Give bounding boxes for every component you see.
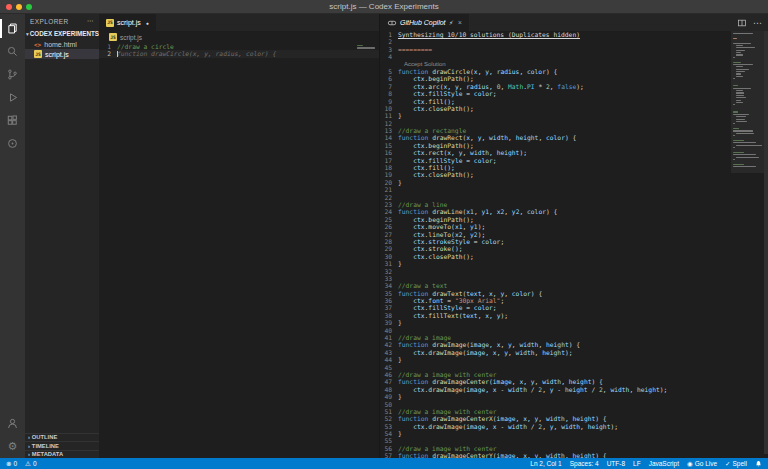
split-editor-icon[interactable]	[737, 18, 747, 28]
code-line[interactable]: 35function drawText(text, x, y, color) {	[380, 290, 768, 297]
code-line[interactable]: 39}	[380, 319, 768, 326]
status-errors[interactable]: ⊗0	[6, 460, 17, 468]
code-line[interactable]: 57function drawImageCenterY(image, x, y,…	[380, 452, 768, 458]
status-indentation[interactable]: Spaces: 4	[570, 460, 599, 467]
code-line[interactable]: 40	[380, 327, 768, 334]
code-line[interactable]: 33	[380, 275, 768, 282]
code-line[interactable]: 47function drawImageCenter(image, x, y, …	[380, 378, 768, 385]
left-minimap[interactable]	[357, 43, 377, 458]
status-encoding[interactable]: UTF-8	[607, 460, 625, 467]
copilot-solutions-code[interactable]: 1Synthesizing 10/10 solutions (Duplicate…	[380, 31, 768, 458]
code-line[interactable]: 56//draw a image with center	[380, 445, 768, 452]
status-notifications[interactable]	[755, 460, 762, 467]
code-line[interactable]: 2function drawCircle(x, y, radius, color…	[99, 50, 379, 57]
code-line[interactable]: 51//draw a image with center	[380, 408, 768, 415]
status-eol[interactable]: LF	[633, 460, 641, 467]
code-line[interactable]: 30 ctx.closePath();	[380, 253, 768, 260]
code-line[interactable]: 44}	[380, 356, 768, 363]
code-line[interactable]: 1Synthesizing 10/10 solutions (Duplicate…	[380, 31, 768, 38]
minimap-slider[interactable]	[731, 31, 764, 173]
activity-settings[interactable]: ⚙	[0, 435, 25, 458]
activity-run-debug[interactable]	[0, 86, 25, 109]
code-line[interactable]: 16 ctx.rect(x, y, width, height);	[380, 149, 768, 156]
code-line[interactable]: 29 ctx.stroke();	[380, 245, 768, 252]
code-line[interactable]: 32	[380, 268, 768, 275]
status-spell-checker[interactable]: ✓Spell	[725, 460, 747, 468]
activity-extensions[interactable]	[0, 109, 25, 132]
panel-timeline[interactable]: ›TIMELINE	[25, 441, 99, 450]
panel-metadata[interactable]: ›METADATA	[25, 450, 99, 459]
code-line[interactable]: 38 ctx.fillText(text, x, y);	[380, 312, 768, 319]
code-line[interactable]: 13//draw a rectangle	[380, 127, 768, 134]
code-line[interactable]: 17 ctx.fillStyle = color;	[380, 157, 768, 164]
code-line[interactable]: 23//draw a line	[380, 201, 768, 208]
code-line[interactable]: 5function drawCircle(x, y, radius, color…	[380, 68, 768, 75]
code-line[interactable]: 22	[380, 194, 768, 201]
code-line[interactable]: 53 ctx.drawImage(image, x - width / 2, y…	[380, 423, 768, 430]
code-line[interactable]: 41//draw a image	[380, 334, 768, 341]
panel-outline[interactable]: ›OUTLINE	[25, 433, 99, 442]
code-line[interactable]: 20}	[380, 179, 768, 186]
file-item-home.html[interactable]: <>home.html	[25, 39, 99, 49]
code-line[interactable]: 14function drawRect(x, y, width, height,…	[380, 134, 768, 141]
code-line[interactable]: 43 ctx.drawImage(image, x, y, width, hei…	[380, 349, 768, 356]
code-line[interactable]: 4	[380, 53, 768, 60]
code-line[interactable]: 50	[380, 401, 768, 408]
activity-search[interactable]	[0, 40, 25, 63]
minimize-window-button[interactable]	[16, 4, 22, 10]
status-language-mode[interactable]: JavaScript	[649, 460, 679, 467]
vertical-scrollbar[interactable]	[764, 31, 768, 454]
code-line[interactable]: 2	[380, 38, 768, 45]
more-actions-icon[interactable]: ⋯	[87, 17, 94, 25]
activity-live-server[interactable]	[0, 132, 25, 155]
zoom-window-button[interactable]	[26, 4, 32, 10]
code-line[interactable]: 26 ctx.moveTo(x1, y1);	[380, 223, 768, 230]
code-line[interactable]: 10 ctx.closePath();	[380, 105, 768, 112]
code-line[interactable]: 31}	[380, 260, 768, 267]
code-line[interactable]: 36 ctx.font = "30px Arial";	[380, 297, 768, 304]
code-line[interactable]: 12	[380, 120, 768, 127]
code-line[interactable]: 52function drawImageCenterX(image, x, y,…	[380, 415, 768, 422]
file-item-script.js[interactable]: JSscript.js	[25, 49, 99, 59]
code-line[interactable]: 7 ctx.arc(x, y, radius, 0, Math.PI * 2, …	[380, 83, 768, 90]
code-line[interactable]: 18 ctx.fill();	[380, 164, 768, 171]
breadcrumb[interactable]: JS script.js	[99, 31, 379, 43]
status-cursor-position[interactable]: Ln 2, Col 1	[530, 460, 561, 467]
code-line[interactable]: 46//draw a image with center	[380, 371, 768, 378]
tab-script-js[interactable]: JS script.js ●	[99, 14, 156, 31]
close-icon[interactable]: ×	[458, 19, 462, 26]
code-line[interactable]: 48 ctx.drawImage(image, x - width / 2, y…	[380, 386, 768, 393]
code-line[interactable]: 27 ctx.lineTo(x2, y2);	[380, 231, 768, 238]
code-line[interactable]: 54}	[380, 430, 768, 437]
code-line[interactable]: 37 ctx.fillStyle = color;	[380, 304, 768, 311]
status-go-live[interactable]: ◉Go Live	[687, 460, 717, 468]
code-line[interactable]: 49}	[380, 393, 768, 400]
accept-solution-link[interactable]: Accept Solution	[380, 61, 768, 68]
status-warnings[interactable]: ⚠0	[25, 460, 36, 468]
code-line[interactable]: 8 ctx.fillStyle = color;	[380, 90, 768, 97]
activity-accounts[interactable]	[0, 412, 25, 435]
close-window-button[interactable]	[6, 4, 12, 10]
code-line[interactable]: 28 ctx.strokeStyle = color;	[380, 238, 768, 245]
code-line[interactable]: 55	[380, 437, 768, 444]
activity-source-control[interactable]	[0, 63, 25, 86]
code-line[interactable]: 6 ctx.beginPath();	[380, 75, 768, 82]
minimap[interactable]	[733, 31, 763, 458]
code-line[interactable]: 19 ctx.closePath();	[380, 171, 768, 178]
modified-dot-icon[interactable]: ●	[146, 20, 149, 26]
more-actions-icon[interactable]: ⋯	[753, 18, 762, 28]
code-line[interactable]: 45	[380, 364, 768, 371]
code-line[interactable]: 15 ctx.beginPath();	[380, 142, 768, 149]
code-line[interactable]: 9 ctx.fill();	[380, 98, 768, 105]
left-editor-code[interactable]: 1//draw a circle2function drawCircle(x, …	[99, 43, 379, 458]
code-line[interactable]: 21	[380, 186, 768, 193]
folder-section-header[interactable]: ▾ CODEX EXPERIMENTS	[25, 28, 99, 39]
code-line[interactable]: 24function drawLine(x1, y1, x2, y2, colo…	[380, 208, 768, 215]
code-line[interactable]: 25 ctx.beginPath();	[380, 216, 768, 223]
activity-explorer[interactable]	[0, 17, 25, 40]
code-line[interactable]: 1//draw a circle	[99, 43, 379, 50]
code-line[interactable]: 11}	[380, 112, 768, 119]
tab-github-copilot[interactable]: GitHub Copilot ⚡ ×	[380, 14, 469, 31]
code-line[interactable]: 3=========	[380, 46, 768, 53]
code-line[interactable]: 34//draw a text	[380, 282, 768, 289]
